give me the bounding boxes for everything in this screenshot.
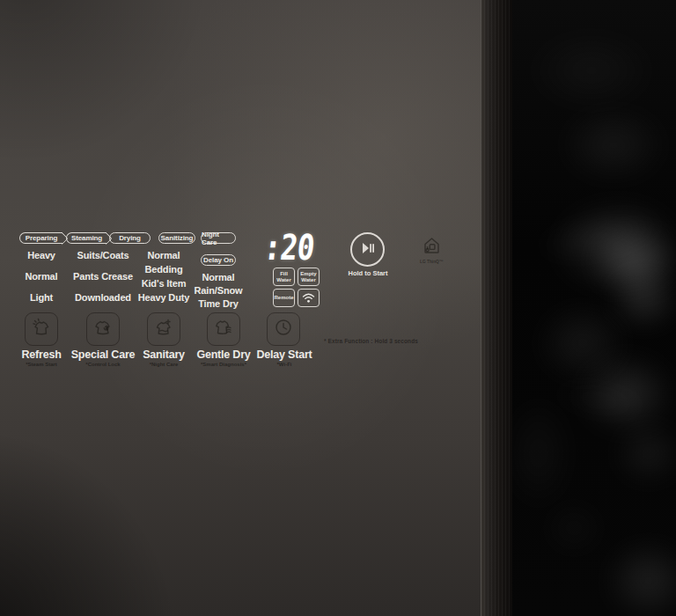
refresh-garment-icon <box>29 315 54 343</box>
gentle-dry-garment-icon <box>211 315 236 343</box>
gentle-dry-button-label: Gentle Dry <box>191 348 256 361</box>
delay-start-button-label: Delay Start <box>252 348 317 361</box>
refresh-mode-list: Heavy Normal Light <box>17 250 66 313</box>
dry-mode-list: Delay On Normal Rain/Snow Time Dry <box>190 250 246 312</box>
mode-label: Suits/Coats <box>72 250 134 260</box>
special-care-mode-list: Suits/Coats Pants Crease Downloaded <box>72 250 134 313</box>
gentle-dry-hold-function: *Smart Diagnosis* <box>191 362 256 367</box>
special-care-button-label: Special Care <box>68 348 138 361</box>
sanitary-garment-icon <box>151 315 176 343</box>
status-preparing: Preparing <box>19 232 62 244</box>
sanitary-button-label: Sanitary <box>133 348 195 361</box>
mode-label: Normal <box>17 271 66 282</box>
sanitary-hold-function: *Night Care <box>133 362 195 367</box>
smart-home-icon <box>422 243 442 258</box>
gentle-dry-button[interactable] <box>207 312 240 346</box>
time-display: :20 <box>262 230 324 265</box>
fill-water-indicator: Fill Water <box>273 268 295 286</box>
refresh-button-label: Refresh <box>11 348 72 361</box>
styler-control-panel-photo: Preparing Steaming Drying Sanitizing Nig… <box>0 0 676 616</box>
delay-on-indicator: Delay On <box>201 254 236 266</box>
special-care-garment-icon <box>91 315 115 343</box>
refresh-hold-function: *Steam Start <box>11 362 72 367</box>
mode-label: Time Dry <box>190 298 246 309</box>
smart-home-caption: LG ThinQ™ <box>420 260 443 264</box>
play-pause-icon <box>361 242 375 258</box>
special-care-hold-function: *Control Lock <box>68 362 138 367</box>
control-panel: Preparing Steaming Drying Sanitizing Nig… <box>0 0 481 616</box>
status-drying: Drying <box>109 232 151 244</box>
special-care-button[interactable] <box>86 312 120 346</box>
sanitary-button[interactable] <box>147 312 180 346</box>
refresh-button[interactable] <box>25 312 58 346</box>
sanitary-mode-list: Normal Bedding Kid's Item Heavy Duty <box>135 250 193 306</box>
mode-label: Downloaded <box>72 292 134 303</box>
mode-label: Rain/Snow <box>190 285 246 296</box>
wifi-icon <box>298 289 320 307</box>
indicator-badges: Fill Water Empty Water Remote <box>273 268 320 307</box>
mode-label: Light <box>17 292 66 303</box>
remote-indicator: Remote <box>273 289 295 307</box>
door-edge <box>481 0 512 616</box>
delay-start-button[interactable] <box>267 312 300 346</box>
delay-start-hold-function: *Wi-Fi <box>252 362 317 367</box>
mode-label: Heavy Duty <box>135 292 193 303</box>
empty-water-indicator: Empty Water <box>298 268 320 286</box>
mode-label: Normal <box>135 250 193 260</box>
mode-label: Bedding <box>135 264 193 275</box>
mode-label: Pants Crease <box>72 271 134 282</box>
status-sanitizing: Sanitizing <box>158 232 195 244</box>
delay-clock-icon <box>272 316 295 342</box>
start-button[interactable] <box>350 232 385 267</box>
extra-function-note: * Extra Function : Hold 3 seconds <box>324 338 418 344</box>
mode-label: Heavy <box>17 250 66 260</box>
mode-label: Kid's Item <box>135 278 193 289</box>
status-night-care: Night Care <box>201 232 236 244</box>
steam-interior <box>512 0 676 616</box>
smart-home-mark: LG ThinQ™ <box>420 236 443 264</box>
mode-label: Normal <box>190 272 246 282</box>
status-steaming: Steaming <box>66 232 107 244</box>
start-button-label: Hold to Start <box>338 269 398 277</box>
